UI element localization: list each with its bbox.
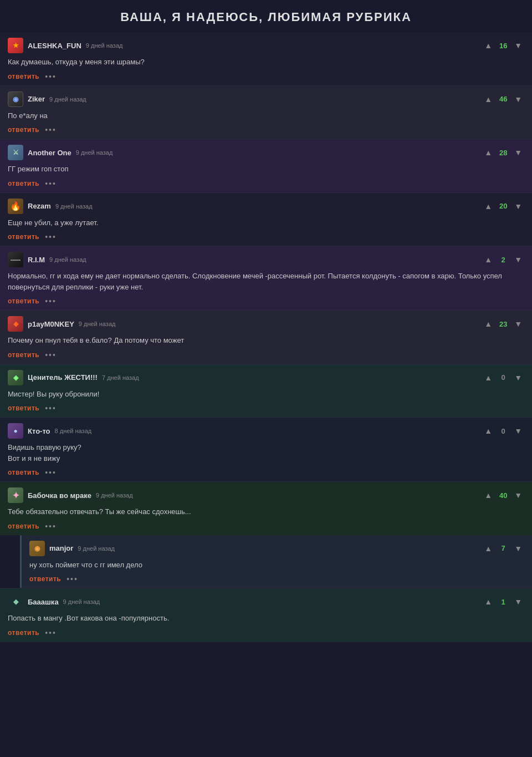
nested-comment: manjor 9 дней назад ▲ 7 ▼ ну хоть поймет… — [20, 535, 532, 588]
more-button[interactable]: ••• — [45, 72, 57, 81]
reply-button[interactable]: ответить — [8, 404, 39, 412]
downvote-button[interactable]: ▼ — [512, 94, 524, 104]
reply-button[interactable]: ответить — [8, 629, 39, 637]
downvote-button[interactable]: ▼ — [512, 373, 524, 383]
comment-text: ну хоть поймет что с гг имел дело — [29, 560, 524, 571]
comment: Кто-то 8 дней назад ▲ 0 ▼ Видишь правую … — [0, 418, 532, 481]
comment-header: Бааашка 9 дней назад ▲ 1 ▼ — [8, 594, 524, 609]
vote-count: 46 — [498, 95, 509, 103]
downvote-button[interactable]: ▼ — [512, 255, 524, 265]
comment-actions: ответить ••• — [8, 628, 524, 637]
comment-header: Rezam 9 дней назад ▲ 20 ▼ — [8, 199, 524, 214]
upvote-button[interactable]: ▲ — [482, 597, 494, 607]
upvote-button[interactable]: ▲ — [482, 40, 494, 50]
more-button[interactable]: ••• — [45, 404, 57, 413]
avatar — [8, 145, 23, 160]
comment: Ценитель ЖЕСТИ!!! 7 дней назад ▲ 0 ▼ Мис… — [0, 364, 532, 418]
vote-controls: ▲ 2 ▼ — [482, 255, 524, 265]
reply-button[interactable]: ответить — [8, 73, 39, 80]
upvote-button[interactable]: ▲ — [482, 490, 494, 500]
comment-actions: ответить ••• — [8, 72, 524, 81]
comment: p1ayM0NKEY 9 дней назад ▲ 23 ▼ Почему он… — [0, 311, 532, 364]
username: manjor — [49, 544, 73, 552]
downvote-button[interactable]: ▼ — [512, 201, 524, 211]
username: Ценитель ЖЕСТИ!!! — [28, 373, 98, 382]
reply-button[interactable]: ответить — [8, 469, 39, 476]
vote-count: 28 — [498, 149, 509, 157]
comment-header: manjor 9 дней назад ▲ 7 ▼ — [29, 541, 524, 556]
comment-actions: ответить ••• — [8, 232, 524, 241]
downvote-button[interactable]: ▼ — [512, 597, 524, 607]
avatar — [8, 594, 23, 609]
comment-header: Кто-то 8 дней назад ▲ 0 ▼ — [8, 423, 524, 439]
avatar — [8, 370, 23, 385]
reply-button[interactable]: ответить — [8, 297, 39, 305]
reply-button[interactable]: ответить — [8, 180, 39, 187]
comment: Бабочка во мраке 9 дней назад ▲ 40 ▼ Теб… — [0, 482, 532, 535]
downvote-button[interactable]: ▼ — [512, 543, 524, 553]
more-button[interactable]: ••• — [45, 232, 57, 241]
more-button[interactable]: ••• — [45, 297, 57, 306]
more-button[interactable]: ••• — [45, 125, 57, 134]
upvote-button[interactable]: ▲ — [482, 94, 494, 104]
comment-actions: ответить ••• — [8, 404, 524, 413]
more-button[interactable]: ••• — [45, 628, 57, 637]
reply-button[interactable]: ответить — [8, 126, 39, 134]
downvote-button[interactable]: ▼ — [512, 426, 524, 436]
comment-text: Мистер! Вы руку обронили! — [8, 389, 524, 400]
vote-count: 2 — [498, 256, 509, 264]
comment-text: Еще не убил, а уже лутает. — [8, 217, 524, 228]
timestamp: 9 дней назад — [63, 598, 100, 605]
downvote-button[interactable]: ▼ — [512, 319, 524, 329]
comment-actions: ответить ••• — [8, 350, 524, 359]
reply-button[interactable]: ответить — [29, 575, 61, 583]
comment: ALESHKA_FUN 9 дней назад ▲ 16 ▼ Как дума… — [0, 32, 532, 85]
timestamp: 7 дней назад — [102, 374, 139, 381]
downvote-button[interactable]: ▼ — [512, 490, 524, 500]
reply-button[interactable]: ответить — [8, 233, 39, 241]
username: ALESHKA_FUN — [28, 42, 81, 50]
vote-count: 20 — [498, 202, 509, 210]
reply-button[interactable]: ответить — [8, 351, 39, 359]
timestamp: 9 дней назад — [78, 545, 115, 552]
downvote-button[interactable]: ▼ — [512, 148, 524, 158]
comment-block: ALESHKA_FUN 9 дней назад ▲ 16 ▼ Как дума… — [0, 32, 532, 86]
more-button[interactable]: ••• — [45, 350, 57, 359]
upvote-button[interactable]: ▲ — [482, 201, 494, 211]
upvote-button[interactable]: ▲ — [482, 255, 494, 265]
comment-header: p1ayM0NKEY 9 дней назад ▲ 23 ▼ — [8, 316, 524, 332]
upvote-button[interactable]: ▲ — [482, 373, 494, 383]
timestamp: 9 дней назад — [96, 492, 133, 499]
comment-actions: ответить ••• — [8, 468, 524, 477]
username: R.I.M — [28, 256, 45, 264]
timestamp: 8 дней назад — [55, 428, 92, 434]
comment-header: Бабочка во мраке 9 дней назад ▲ 40 ▼ — [8, 487, 524, 503]
reply-button[interactable]: ответить — [8, 522, 39, 530]
timestamp: 9 дней назад — [76, 149, 113, 156]
avatar — [8, 199, 23, 214]
more-button[interactable]: ••• — [45, 179, 57, 188]
username: Another One — [28, 149, 71, 157]
more-button[interactable]: ••• — [45, 468, 57, 477]
vote-controls: ▲ 40 ▼ — [482, 490, 524, 500]
more-button[interactable]: ••• — [45, 522, 57, 531]
comment-actions: ответить ••• — [8, 125, 524, 134]
vote-controls: ▲ 1 ▼ — [482, 597, 524, 607]
comment-text: Тебе обязательно отвечать? Ты же сейчас … — [8, 506, 524, 517]
upvote-button[interactable]: ▲ — [482, 426, 494, 436]
upvote-button[interactable]: ▲ — [482, 148, 494, 158]
comment-block: Ценитель ЖЕСТИ!!! 7 дней назад ▲ 0 ▼ Мис… — [0, 364, 532, 418]
comment-actions: ответить ••• — [8, 297, 524, 306]
vote-controls: ▲ 7 ▼ — [482, 543, 524, 553]
timestamp: 9 дней назад — [49, 256, 86, 263]
vote-count: 0 — [498, 373, 509, 382]
upvote-button[interactable]: ▲ — [482, 319, 494, 329]
comment-block: Бааашка 9 дней назад ▲ 1 ▼ Попасть в ман… — [0, 588, 532, 642]
comment-block: p1ayM0NKEY 9 дней назад ▲ 23 ▼ Почему он… — [0, 311, 532, 364]
vote-controls: ▲ 0 ▼ — [482, 426, 524, 436]
upvote-button[interactable]: ▲ — [482, 543, 494, 553]
username: Бабочка во мраке — [28, 491, 91, 500]
comment-block: Rezam 9 дней назад ▲ 20 ▼ Еще не убил, а… — [0, 193, 532, 247]
downvote-button[interactable]: ▼ — [512, 40, 524, 50]
more-button[interactable]: ••• — [66, 575, 78, 583]
